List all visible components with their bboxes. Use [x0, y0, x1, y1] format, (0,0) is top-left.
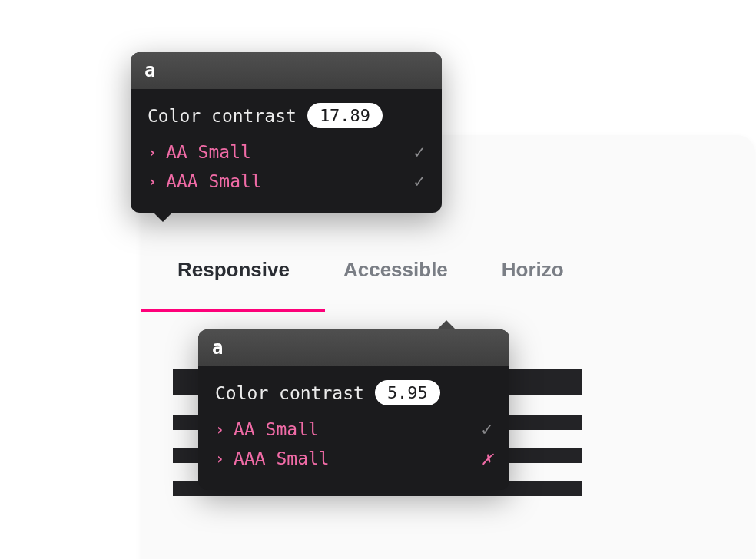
chevron-right-icon: › [148, 143, 157, 161]
tab-accessible[interactable]: Accessible [343, 258, 448, 305]
criteria-row-aaa-small[interactable]: › AAA Small ✓ [148, 167, 425, 196]
chevron-right-icon: › [215, 449, 224, 468]
criteria-row-aa-small[interactable]: › AA Small ✓ [215, 415, 492, 444]
criteria-row-aa-small[interactable]: › AA Small ✓ [148, 137, 425, 167]
contrast-label: Color contrast [215, 383, 364, 403]
criteria-name: AA Small [166, 142, 251, 162]
tooltip-pointer-icon [154, 213, 172, 222]
check-icon: ✓ [414, 172, 425, 190]
criteria-name: AAA Small [234, 448, 330, 468]
tab-bar: Responsive Accessible Horizo [141, 258, 564, 305]
tooltip-header: a [198, 329, 509, 366]
criteria-name: AAA Small [166, 171, 262, 191]
chevron-right-icon: › [215, 420, 224, 438]
chevron-right-icon: › [148, 172, 157, 190]
criteria-row-aaa-small[interactable]: › AAA Small ✗ [215, 444, 492, 473]
contrast-value-badge: 17.89 [307, 103, 383, 128]
element-glyph: a [144, 60, 155, 81]
tooltip-pointer-icon [437, 320, 456, 329]
tab-horizontal[interactable]: Horizo [502, 258, 564, 305]
contrast-tooltip: a Color contrast 5.95 › AA Small ✓ › AAA… [198, 329, 509, 490]
contrast-value-badge: 5.95 [375, 380, 440, 405]
contrast-row: Color contrast 5.95 [215, 380, 492, 405]
contrast-tooltip: a Color contrast 17.89 › AA Small ✓ › AA… [131, 52, 442, 213]
element-glyph: a [212, 337, 223, 359]
tooltip-header: a [131, 52, 442, 89]
check-icon: ✓ [482, 420, 492, 438]
tooltip-body: Color contrast 17.89 › AA Small ✓ › AAA … [131, 89, 442, 213]
check-icon: ✓ [414, 143, 425, 161]
tab-responsive[interactable]: Responsive [177, 258, 290, 305]
tab-underline [141, 309, 325, 312]
contrast-label: Color contrast [148, 106, 297, 126]
criteria-name: AA Small [234, 419, 319, 439]
contrast-row: Color contrast 17.89 [148, 103, 425, 128]
cross-icon: ✗ [482, 449, 492, 468]
tooltip-body: Color contrast 5.95 › AA Small ✓ › AAA S… [198, 366, 509, 490]
